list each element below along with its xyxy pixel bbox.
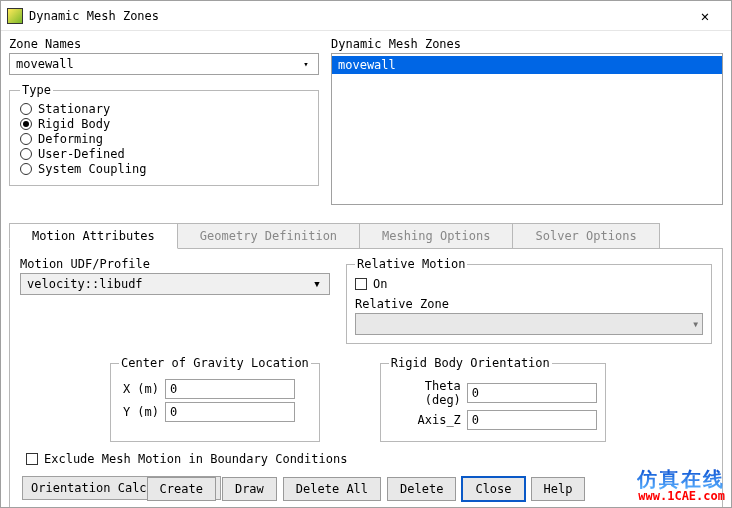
udf-value: velocity::libudf (27, 277, 309, 291)
rbo-theta-label: Theta (deg) (389, 379, 467, 407)
rbo-legend: Rigid Body Orientation (389, 356, 552, 370)
type-option-label: Stationary (38, 102, 110, 116)
rigid-body-orientation-group: Rigid Body Orientation Theta (deg) Axis_… (380, 356, 606, 442)
dmz-listbox[interactable]: movewall (331, 53, 723, 205)
app-icon (7, 8, 23, 24)
type-option-label: Deforming (38, 132, 103, 146)
close-icon[interactable]: ✕ (683, 2, 727, 30)
relative-motion-group: Relative Motion On Relative Zone ▼ (346, 257, 712, 344)
radio-icon (20, 118, 32, 130)
help-button[interactable]: Help (531, 477, 586, 501)
window-title: Dynamic Mesh Zones (29, 9, 683, 23)
radio-icon (20, 103, 32, 115)
type-option-label: Rigid Body (38, 117, 110, 131)
type-option-stationary[interactable]: Stationary (20, 102, 308, 116)
type-option-rigid-body[interactable]: Rigid Body (20, 117, 308, 131)
relative-zone-dropdown: ▼ (355, 313, 703, 335)
zone-names-dropdown[interactable]: movewall ▾ (9, 53, 319, 75)
cg-y-label: Y (m) (119, 405, 165, 419)
rbo-axisz-label: Axis_Z (389, 413, 467, 427)
type-option-label: User-Defined (38, 147, 125, 161)
tab-geometry-definition[interactable]: Geometry Definition (177, 223, 360, 248)
checkbox-icon (26, 453, 38, 465)
udf-label: Motion UDF/Profile (20, 257, 330, 271)
type-option-label: System Coupling (38, 162, 146, 176)
chevron-down-icon: ▾ (298, 56, 314, 72)
rbo-axisz-input[interactable] (467, 410, 597, 430)
type-option-user-defined[interactable]: User-Defined (20, 147, 308, 161)
draw-button[interactable]: Draw (222, 477, 277, 501)
chevron-down-icon: ▼ (693, 320, 698, 329)
exclude-mesh-motion-checkbox[interactable]: Exclude Mesh Motion in Boundary Conditio… (26, 452, 712, 466)
cg-y-input[interactable] (165, 402, 295, 422)
panel-motion-attributes: Motion UDF/Profile velocity::libudf ▼ Re… (9, 249, 723, 508)
chevron-down-icon: ▼ (309, 276, 325, 292)
relative-zone-label: Relative Zone (355, 297, 703, 311)
type-option-deforming[interactable]: Deforming (20, 132, 308, 146)
tab-solver-options[interactable]: Solver Options (512, 223, 659, 248)
dmz-item[interactable]: movewall (332, 56, 722, 74)
udf-dropdown[interactable]: velocity::libudf ▼ (20, 273, 330, 295)
radio-icon (20, 133, 32, 145)
type-option-system-coupling[interactable]: System Coupling (20, 162, 308, 176)
close-button[interactable]: Close (462, 477, 524, 501)
rbo-theta-input[interactable] (467, 383, 597, 403)
checkbox-icon (355, 278, 367, 290)
type-group: Type Stationary Rigid Body Deforming Use… (9, 83, 319, 186)
tab-meshing-options[interactable]: Meshing Options (359, 223, 513, 248)
radio-icon (20, 148, 32, 160)
cg-x-input[interactable] (165, 379, 295, 399)
cg-legend: Center of Gravity Location (119, 356, 311, 370)
relative-motion-legend: Relative Motion (355, 257, 467, 271)
create-button[interactable]: Create (147, 477, 216, 501)
dmz-label: Dynamic Mesh Zones (331, 37, 723, 51)
footer-buttons: Create Draw Delete All Delete Close Help (1, 477, 731, 501)
tab-motion-attributes[interactable]: Motion Attributes (9, 223, 178, 249)
zone-names-label: Zone Names (9, 37, 319, 51)
zone-names-value: movewall (16, 57, 298, 71)
tabs: Motion Attributes Geometry Definition Me… (9, 223, 723, 249)
exclude-label: Exclude Mesh Motion in Boundary Conditio… (44, 452, 347, 466)
delete-button[interactable]: Delete (387, 477, 456, 501)
radio-icon (20, 163, 32, 175)
center-of-gravity-group: Center of Gravity Location X (m) Y (m) (110, 356, 320, 442)
type-legend: Type (20, 83, 53, 97)
relative-on-checkbox[interactable]: On (355, 277, 703, 291)
relative-on-label: On (373, 277, 387, 291)
delete-all-button[interactable]: Delete All (283, 477, 381, 501)
cg-x-label: X (m) (119, 382, 165, 396)
